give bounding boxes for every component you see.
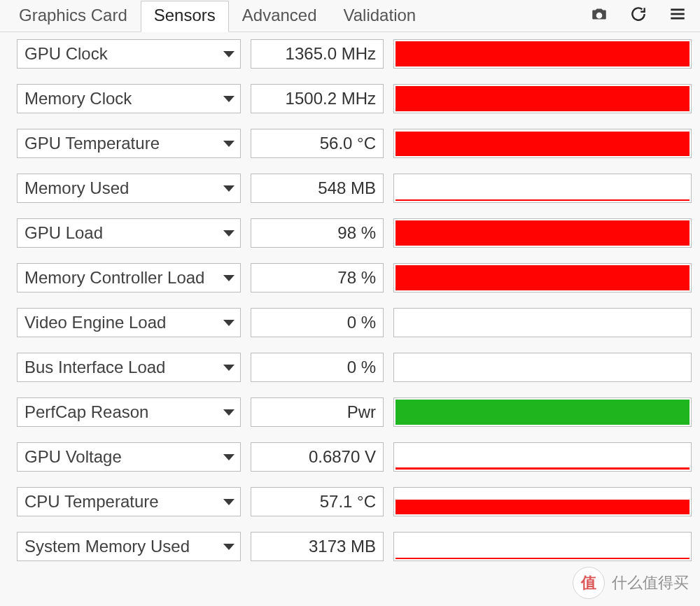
chevron-down-icon: [223, 365, 234, 371]
sensor-name: GPU Temperature: [24, 134, 160, 153]
refresh-icon[interactable]: [629, 4, 648, 24]
sensor-rows: GPU Clock1365.0 MHzMemory Clock1500.2 MH…: [0, 32, 700, 561]
sensor-graph[interactable]: [393, 129, 692, 158]
sensor-graph[interactable]: [393, 442, 692, 472]
svg-rect-0: [671, 8, 685, 10]
tab-label: Advanced: [242, 6, 317, 24]
tab-label: Graphics Card: [19, 6, 127, 24]
sensor-graph-fill: [396, 500, 690, 514]
sensor-name-dropdown[interactable]: Video Engine Load: [17, 308, 241, 337]
sensor-value[interactable]: 0.6870 V: [251, 442, 384, 472]
top-bar: Graphics Card Sensors Advanced Validatio…: [0, 0, 700, 32]
sensor-graph[interactable]: [393, 84, 692, 113]
tab-label: Sensors: [154, 6, 216, 24]
sensor-name-dropdown[interactable]: Bus Interface Load: [17, 353, 241, 382]
sensor-graph[interactable]: [393, 397, 692, 427]
sensor-name: Memory Used: [24, 178, 129, 198]
sensor-value[interactable]: 57.1 °C: [251, 487, 384, 516]
sensor-row: Memory Clock1500.2 MHz: [17, 84, 692, 113]
sensor-value[interactable]: 98 %: [251, 218, 384, 248]
sensor-graph-fill: [396, 132, 690, 156]
sensor-graph[interactable]: [393, 174, 692, 203]
sensor-value[interactable]: 56.0 °C: [251, 129, 384, 158]
tab-graphics-card[interactable]: Graphics Card: [6, 1, 141, 32]
sensor-graph-fill: [396, 558, 690, 559]
sensor-graph-fill: [396, 265, 690, 290]
sensor-graph[interactable]: [393, 263, 692, 293]
sensor-value-text: 56.0 °C: [320, 134, 376, 153]
chevron-down-icon: [223, 275, 234, 281]
sensor-value-text: 1500.2 MHz: [286, 89, 376, 108]
sensor-value[interactable]: 0 %: [251, 308, 384, 337]
chevron-down-icon: [223, 185, 234, 192]
sensor-name-dropdown[interactable]: GPU Load: [17, 218, 241, 248]
sensor-value[interactable]: Pwr: [251, 397, 384, 427]
sensor-value-text: 548 MB: [318, 178, 376, 198]
sensor-name: Bus Interface Load: [24, 358, 165, 377]
chevron-down-icon: [223, 320, 234, 326]
sensor-row: GPU Clock1365.0 MHz: [17, 39, 692, 69]
chevron-down-icon: [223, 409, 234, 416]
sensor-name-dropdown[interactable]: System Memory Used: [17, 532, 241, 561]
sensor-row: Video Engine Load0 %: [17, 308, 692, 337]
sensor-name: PerfCap Reason: [24, 402, 148, 422]
sensor-value-text: 98 %: [337, 223, 376, 243]
tab-label: Validation: [344, 6, 416, 24]
sensor-name: Memory Controller Load: [24, 268, 204, 288]
sensor-graph[interactable]: [393, 532, 692, 561]
sensor-value[interactable]: 1365.0 MHz: [251, 39, 384, 69]
sensor-name: GPU Voltage: [24, 447, 122, 467]
sensor-name: CPU Temperature: [24, 492, 159, 512]
watermark-text: 什么值得买: [612, 572, 689, 593]
sensor-value[interactable]: 1500.2 MHz: [251, 84, 384, 113]
tab-advanced[interactable]: Advanced: [229, 1, 330, 32]
sensor-row: GPU Voltage0.6870 V: [17, 442, 692, 472]
sensor-graph[interactable]: [393, 308, 692, 337]
camera-icon[interactable]: [589, 4, 609, 24]
watermark: 值 什么值得买: [573, 567, 689, 599]
sensor-value-text: 78 %: [337, 268, 376, 288]
sensor-value[interactable]: 0 %: [251, 353, 384, 382]
sensor-graph[interactable]: [393, 39, 692, 69]
chevron-down-icon: [223, 230, 234, 237]
sensor-row: GPU Load98 %: [17, 218, 692, 248]
sensor-graph-fill: [396, 41, 690, 66]
tabs: Graphics Card Sensors Advanced Validatio…: [6, 0, 429, 31]
sensor-value[interactable]: 548 MB: [251, 174, 384, 203]
sensor-name: Memory Clock: [24, 89, 132, 108]
sensor-graph-fill: [396, 467, 690, 470]
sensor-name: System Memory Used: [24, 537, 190, 556]
tab-sensors[interactable]: Sensors: [141, 1, 229, 32]
sensor-name-dropdown[interactable]: PerfCap Reason: [17, 397, 241, 427]
sensor-row: Memory Used548 MB: [17, 174, 692, 203]
sensor-value-text: 0.6870 V: [309, 447, 376, 467]
sensor-name-dropdown[interactable]: GPU Temperature: [17, 129, 241, 158]
sensor-graph[interactable]: [393, 353, 692, 382]
sensor-name: Video Engine Load: [24, 313, 166, 332]
sensor-value[interactable]: 3173 MB: [251, 532, 384, 561]
menu-icon[interactable]: [668, 4, 687, 24]
chevron-down-icon: [223, 51, 234, 57]
sensor-name-dropdown[interactable]: GPU Clock: [17, 39, 241, 69]
sensor-row: Memory Controller Load78 %: [17, 263, 692, 293]
sensor-graph-fill: [396, 220, 690, 246]
top-icons: [589, 4, 687, 24]
sensor-name-dropdown[interactable]: Memory Clock: [17, 84, 241, 113]
sensor-row: Bus Interface Load0 %: [17, 353, 692, 382]
sensor-value-text: 1365.0 MHz: [286, 44, 376, 64]
chevron-down-icon: [223, 499, 234, 505]
sensor-value[interactable]: 78 %: [251, 263, 384, 293]
sensor-name: GPU Clock: [24, 44, 108, 64]
sensor-value-text: 3173 MB: [309, 537, 376, 556]
sensor-row: GPU Temperature56.0 °C: [17, 129, 692, 158]
sensor-name-dropdown[interactable]: Memory Used: [17, 174, 241, 203]
sensor-graph[interactable]: [393, 487, 692, 516]
sensor-graph-fill: [396, 86, 690, 111]
sensor-name-dropdown[interactable]: GPU Voltage: [17, 442, 241, 472]
sensor-graph-fill: [396, 199, 690, 201]
sensor-name-dropdown[interactable]: CPU Temperature: [17, 487, 241, 516]
tab-validation[interactable]: Validation: [330, 1, 430, 32]
sensor-graph[interactable]: [393, 218, 692, 248]
chevron-down-icon: [223, 141, 234, 147]
sensor-name-dropdown[interactable]: Memory Controller Load: [17, 263, 241, 293]
